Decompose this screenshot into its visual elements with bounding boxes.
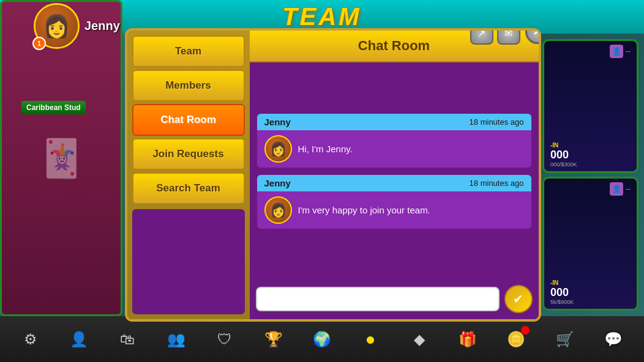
sidebar-item-team[interactable]: Team	[132, 35, 245, 67]
send-button[interactable]: ✔	[504, 285, 533, 313]
amount-2: 000	[550, 286, 631, 299]
bottom-nav: ⚙ 👤 🛍 👥 🛡 🏆 🌍 ● ◆ 🎁 🪙 🛒 💬	[0, 316, 644, 362]
in-label-2: -IN	[550, 279, 631, 286]
chat-msg-header-2: Jenny 18 minutes ago	[257, 175, 531, 191]
page-title: TEAM	[282, 3, 361, 31]
nav-trophy[interactable]: 🏆	[261, 327, 286, 352]
nav-coins[interactable]: 🪙	[504, 327, 528, 352]
player-name: Jenny	[84, 19, 120, 33]
nav-social[interactable]: 👥	[164, 327, 189, 352]
mail-button[interactable]: ✉	[497, 28, 520, 45]
chat-sender-1: Jenny	[264, 117, 291, 127]
chat-input[interactable]	[256, 287, 500, 311]
nav-profile[interactable]: 👤	[67, 327, 91, 352]
chat-area: Jenny 18 minutes ago 👩 Hi, I'm Jenny. Je…	[250, 62, 539, 279]
dash-label-1: --	[626, 47, 631, 56]
nav-settings[interactable]: ⚙	[18, 327, 43, 352]
user-icon-2: 👤	[610, 182, 623, 196]
chat-message-2: Jenny 18 minutes ago 👩 I'm very happy to…	[257, 175, 531, 229]
sidebar-item-search-team[interactable]: Search Team	[132, 172, 245, 204]
chat-empty-space	[257, 70, 531, 106]
modal-main-content: Chat Room Jenny 18 minutes ago 👩 Hi, I'm…	[250, 31, 539, 319]
caribbean-stud-label: Caribbean Stud	[21, 101, 86, 114]
nav-shop[interactable]: 🛍	[115, 327, 140, 352]
right-panel: 👤 -- -IN 000 000/$300K 👤 -- -IN 000 5k/$…	[540, 37, 641, 313]
dash-label-2: --	[626, 185, 631, 193]
chat-avatar-1: 👩	[264, 135, 292, 163]
nav-gift[interactable]: 🎁	[455, 327, 480, 352]
chat-avatar-2: 👩	[264, 196, 292, 224]
user-icon-1: 👤	[610, 45, 623, 58]
chat-text-1: Hi, I'm Jenny.	[298, 144, 353, 154]
player-avatar: 👩 1 Jenny	[34, 3, 120, 49]
right-card-1: 👤 -- -IN 000 000/$300K	[542, 39, 638, 173]
chat-text-2: I'm very happy to join your team.	[298, 205, 430, 215]
nav-game[interactable]: ●	[358, 327, 383, 352]
coins-badge	[521, 326, 530, 334]
sidebar-item-join-requests[interactable]: Join Requests	[132, 138, 245, 170]
chat-msg-body-2: 👩 I'm very happy to join your team.	[257, 191, 531, 229]
in-label-1: -IN	[550, 142, 631, 149]
nav-shield[interactable]: 🛡	[212, 327, 237, 352]
sub-2: 5k/$900K	[550, 299, 631, 305]
chat-msg-body-1: 👩 Hi, I'm Jenny.	[257, 130, 531, 168]
nav-globe[interactable]: 🌍	[310, 327, 334, 352]
chat-message-1: Jenny 18 minutes ago 👩 Hi, I'm Jenny.	[257, 114, 531, 168]
nav-cart[interactable]: 🛒	[553, 327, 577, 352]
chat-msg-header-1: Jenny 18 minutes ago	[257, 114, 531, 130]
level-badge: 1	[32, 37, 46, 50]
chat-time-1: 18 minutes ago	[470, 117, 524, 127]
nav-chat[interactable]: 💬	[601, 327, 626, 352]
nav-diamond[interactable]: ◆	[407, 327, 432, 352]
chat-input-row: ✔	[250, 279, 539, 319]
modal-sidebar: Team Members Chat Room Join Requests Sea…	[127, 31, 250, 319]
share-button[interactable]: ↗	[470, 28, 493, 45]
modal-overlay: ✕ ↗ ✉ Team Members Chat Room Join Reques…	[122, 34, 543, 316]
right-card-2: 👤 -- -IN 000 5k/$900K	[542, 177, 638, 311]
team-modal: ✕ ↗ ✉ Team Members Chat Room Join Reques…	[125, 28, 541, 322]
sub-1: 000/$300K	[550, 161, 631, 168]
sidebar-item-chat-room[interactable]: Chat Room	[132, 104, 245, 136]
sidebar-bottom-filler	[132, 209, 245, 314]
amount-1: 000	[550, 149, 631, 161]
modal-action-buttons: ↗ ✉	[470, 28, 520, 45]
chat-sender-2: Jenny	[264, 178, 291, 188]
chat-time-2: 18 minutes ago	[470, 179, 524, 188]
sidebar-item-members[interactable]: Members	[132, 70, 245, 102]
